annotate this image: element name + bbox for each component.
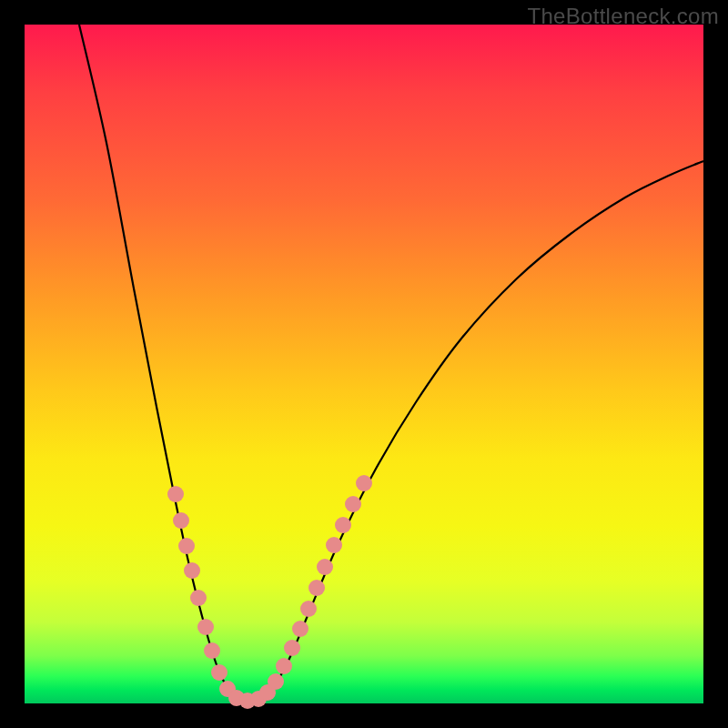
data-point <box>268 673 284 690</box>
data-point <box>197 619 214 635</box>
watermark-text: TheBottleneck.com <box>527 4 719 29</box>
plot-area <box>25 25 703 703</box>
chart-frame: TheBottleneck.com <box>0 0 728 728</box>
data-point <box>211 664 228 681</box>
marker-group <box>167 475 372 709</box>
data-point <box>276 658 292 674</box>
data-point <box>173 512 189 529</box>
data-point <box>167 486 184 502</box>
data-point <box>178 538 195 554</box>
data-point <box>317 559 333 575</box>
data-point <box>356 475 372 491</box>
data-point <box>184 562 200 579</box>
bottleneck-curve <box>79 25 703 701</box>
data-point <box>335 517 351 533</box>
data-point <box>345 496 361 512</box>
data-point <box>292 621 308 637</box>
data-point <box>204 642 220 659</box>
chart-svg <box>25 25 703 703</box>
data-point <box>326 537 342 553</box>
data-point <box>190 590 207 606</box>
data-point <box>300 601 317 617</box>
data-point <box>284 640 300 656</box>
data-point <box>308 580 325 596</box>
